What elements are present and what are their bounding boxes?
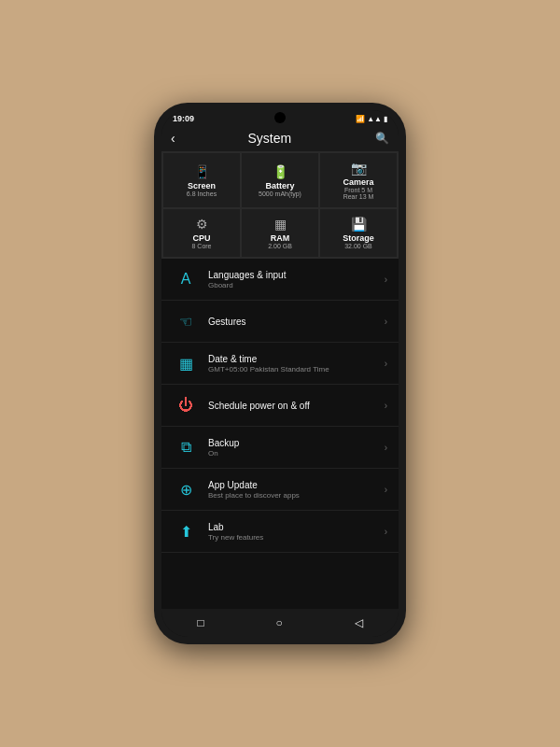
info-camera: 📷 Camera Front 5 M Rear 13 M bbox=[319, 152, 398, 208]
languages-arrow: › bbox=[385, 275, 387, 285]
datetime-sub: GMT+05:00 Pakistan Standard Time bbox=[208, 365, 385, 374]
storage-icon: 💾 bbox=[351, 217, 367, 232]
datetime-icon-wrap: ▦ bbox=[173, 350, 199, 376]
appupdate-title: App Update bbox=[208, 480, 385, 490]
menu-item-languages[interactable]: A Languages & input Gboard › bbox=[161, 259, 399, 301]
languages-sub: Gboard bbox=[208, 281, 385, 289]
menu-item-appupdate[interactable]: ⊕ App Update Best place to discover apps… bbox=[161, 469, 399, 511]
appupdate-arrow: › bbox=[385, 485, 387, 495]
gestures-icon-wrap: ☜ bbox=[173, 308, 199, 334]
menu-item-lab[interactable]: ⬆ Lab Try new features › bbox=[161, 511, 399, 553]
status-icons: 📶 ▲▲ ▮ bbox=[356, 115, 387, 123]
backup-arrow: › bbox=[385, 443, 387, 453]
schedule-icon: ⏻ bbox=[178, 397, 193, 414]
appupdate-icon-wrap: ⊕ bbox=[173, 476, 199, 502]
app-header: ‹ System 🔍 bbox=[161, 125, 399, 151]
datetime-arrow: › bbox=[385, 359, 387, 369]
gestures-arrow: › bbox=[385, 317, 387, 327]
menu-item-gestures[interactable]: ☜ Gestures › bbox=[161, 301, 399, 343]
lab-icon: ⬆ bbox=[180, 523, 192, 541]
info-screen: 📱 Screen 6.8 Inches bbox=[162, 152, 241, 208]
nav-bar: □ ○ ◁ bbox=[161, 609, 399, 637]
backup-title: Backup bbox=[208, 438, 385, 448]
backup-icon: ⧉ bbox=[181, 439, 191, 456]
screen-icon: 📱 bbox=[194, 164, 210, 179]
back-button[interactable]: ‹ bbox=[171, 131, 175, 146]
nav-recent-button[interactable]: □ bbox=[197, 616, 203, 629]
battery-icon: ▮ bbox=[384, 115, 387, 123]
backup-icon-wrap: ⧉ bbox=[173, 434, 199, 460]
info-battery: 🔋 Battery 5000 mAh(typ) bbox=[241, 152, 319, 208]
nav-back-button[interactable]: ◁ bbox=[355, 616, 363, 629]
backup-sub: On bbox=[208, 449, 385, 458]
menu-list: A Languages & input Gboard › ☜ Gestures … bbox=[161, 259, 399, 609]
info-ram: ▦ RAM 2.00 GB bbox=[241, 208, 319, 258]
nav-home-button[interactable]: ○ bbox=[275, 616, 282, 629]
lab-text: Lab Try new features bbox=[208, 522, 385, 542]
cpu-icon: ⚙ bbox=[196, 217, 208, 232]
battery-icon-grid: 🔋 bbox=[273, 164, 288, 179]
camera-icon: 📷 bbox=[351, 161, 367, 176]
phone-screen: 19:09 📶 ▲▲ ▮ ‹ System 🔍 📱 Screen 6.8 Inc… bbox=[161, 110, 399, 637]
menu-item-backup[interactable]: ⧉ Backup On › bbox=[161, 427, 399, 469]
signal-icon: ▲▲ bbox=[367, 115, 382, 123]
wifi-icon: 📶 bbox=[356, 115, 365, 123]
schedule-text: Schedule power on & off bbox=[208, 401, 385, 411]
datetime-text: Date & time GMT+05:00 Pakistan Standard … bbox=[208, 354, 385, 374]
info-cpu: ⚙ CPU 8 Core bbox=[162, 208, 241, 258]
page-title: System bbox=[183, 131, 357, 146]
schedule-title: Schedule power on & off bbox=[208, 401, 385, 411]
menu-item-datetime[interactable]: ▦ Date & time GMT+05:00 Pakistan Standar… bbox=[161, 343, 399, 385]
appupdate-text: App Update Best place to discover apps bbox=[208, 480, 385, 500]
backup-text: Backup On bbox=[208, 438, 385, 458]
search-icon[interactable]: 🔍 bbox=[375, 132, 389, 145]
status-time: 19:09 bbox=[173, 114, 194, 123]
gestures-title: Gestures bbox=[208, 317, 385, 327]
languages-icon: A bbox=[181, 271, 191, 288]
schedule-icon-wrap: ⏻ bbox=[173, 392, 199, 418]
info-storage: 💾 Storage 32.00 GB bbox=[319, 208, 398, 258]
appupdate-sub: Best place to discover apps bbox=[208, 491, 385, 500]
camera-notch bbox=[274, 112, 286, 123]
lab-sub: Try new features bbox=[208, 533, 385, 542]
gestures-text: Gestures bbox=[208, 317, 385, 327]
phone-device: 19:09 📶 ▲▲ ▮ ‹ System 🔍 📱 Screen 6.8 Inc… bbox=[154, 103, 406, 644]
datetime-icon: ▦ bbox=[179, 355, 193, 373]
appupdate-icon: ⊕ bbox=[180, 481, 192, 499]
ram-icon: ▦ bbox=[274, 217, 287, 232]
lab-icon-wrap: ⬆ bbox=[173, 518, 199, 544]
info-grid: 📱 Screen 6.8 Inches 🔋 Battery 5000 mAh(t… bbox=[161, 151, 399, 259]
datetime-title: Date & time bbox=[208, 354, 385, 364]
languages-icon-wrap: A bbox=[173, 266, 199, 292]
schedule-arrow: › bbox=[385, 401, 387, 411]
menu-item-schedule[interactable]: ⏻ Schedule power on & off › bbox=[161, 385, 399, 427]
lab-title: Lab bbox=[208, 522, 385, 532]
languages-text: Languages & input Gboard bbox=[208, 270, 385, 289]
languages-title: Languages & input bbox=[208, 270, 385, 280]
lab-arrow: › bbox=[385, 527, 387, 537]
gestures-icon: ☜ bbox=[179, 313, 192, 331]
